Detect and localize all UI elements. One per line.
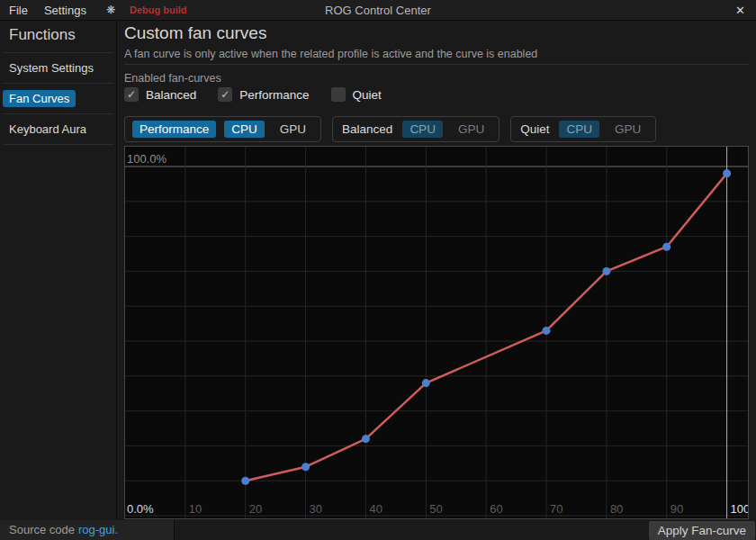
x-tick-label-40: 40 (369, 502, 382, 516)
tab-quiet-cpu[interactable]: CPU (559, 121, 599, 138)
divider (124, 64, 749, 65)
curve-point-70[interactable] (543, 327, 551, 335)
x-tick-label-100: 100 (731, 502, 748, 516)
tab-performance-cpu[interactable]: CPU (224, 121, 265, 138)
source-code-label: Source code (9, 523, 75, 536)
theme-toggle-icon[interactable]: ❋ (106, 4, 115, 16)
sidebar-item-keyboard-aura[interactable]: Keyboard Aura (0, 114, 116, 144)
page-subtitle: A fan curve is only active when the rela… (124, 48, 537, 60)
enabled-fan-curves-label: Enabled fan-curves (124, 72, 221, 85)
apply-fan-curve-button[interactable]: Apply Fan-curve (649, 521, 755, 540)
curve-point-90[interactable] (662, 243, 670, 251)
x-tick-label-30: 30 (310, 502, 322, 516)
x-tick-label-90: 90 (670, 502, 683, 516)
sidebar-heading: Functions (0, 21, 116, 52)
sidebar: Functions System SettingsFan CurvesKeybo… (0, 21, 117, 520)
fan-curve-chart[interactable]: 102030405060708090100100.0%0.0% (124, 146, 749, 519)
tab-balanced[interactable]: Balanced (340, 121, 394, 138)
curve-point-40[interactable] (362, 435, 370, 443)
sidebar-item-fan-curves[interactable]: Fan Curves (0, 84, 116, 113)
source-code-box: Source coderog-gui. (0, 520, 175, 540)
debug-build-label: Debug build (130, 4, 187, 15)
footer: Source coderog-gui. Apply Fan-curve (0, 520, 756, 540)
menu-file[interactable]: File (9, 4, 28, 17)
tab-group-quiet: QuietCPUGPU (510, 116, 656, 142)
checkbox-checked-icon[interactable]: ✓ (124, 87, 139, 102)
checkbox-performance[interactable]: ✓Performance (218, 87, 309, 102)
checkbox-label: Balanced (146, 88, 196, 102)
tab-group-performance: PerformanceCPUGPU (124, 116, 321, 142)
close-icon[interactable]: ✕ (733, 0, 748, 20)
x-tick-label-10: 10 (189, 502, 202, 516)
tab-balanced-cpu[interactable]: CPU (402, 121, 443, 138)
tab-performance[interactable]: Performance (132, 121, 216, 138)
curve-point-100[interactable] (723, 169, 731, 177)
checkbox-balanced[interactable]: ✓Balanced (124, 87, 196, 102)
y-axis-label-top: 100.0% (127, 152, 167, 166)
x-tick-label-80: 80 (610, 502, 623, 516)
y-axis-label-bottom: 0.0% (127, 502, 154, 516)
sidebar-item-label: Keyboard Aura (9, 122, 86, 136)
enabled-fan-curves-checkboxes: ✓Balanced✓PerformanceQuiet (124, 87, 382, 102)
x-tick-label-20: 20 (249, 502, 262, 516)
divider (3, 144, 113, 145)
tab-performance-gpu[interactable]: GPU (273, 121, 313, 138)
tab-balanced-gpu[interactable]: GPU (451, 121, 491, 138)
tab-quiet-gpu[interactable]: GPU (608, 121, 648, 138)
curve-point-30[interactable] (302, 463, 310, 471)
x-tick-label-60: 60 (490, 502, 502, 516)
curve-point-80[interactable] (602, 267, 610, 275)
profile-tabs-row: PerformanceCPUGPUBalancedCPUGPUQuietCPUG… (124, 116, 656, 142)
checkbox-unchecked-icon[interactable] (331, 87, 346, 102)
checkbox-label: Quiet (353, 88, 382, 102)
titlebar: File Settings ❋ Debug build ROG Control … (0, 0, 756, 21)
tab-group-balanced: BalancedCPUGPU (332, 116, 500, 142)
curve-point-50[interactable] (422, 379, 430, 387)
curve-point-20[interactable] (241, 477, 249, 485)
sidebar-item-label: Fan Curves (3, 90, 76, 107)
sidebar-item-label: System Settings (9, 61, 94, 75)
checkbox-checked-icon[interactable]: ✓ (218, 87, 232, 102)
x-tick-label-50: 50 (429, 502, 442, 516)
page-title: Custom fan curves (124, 23, 266, 43)
x-tick-label-70: 70 (550, 502, 562, 516)
checkbox-label: Performance (239, 88, 309, 102)
tab-quiet[interactable]: Quiet (518, 121, 551, 138)
sidebar-item-system-settings[interactable]: System Settings (0, 53, 116, 83)
checkbox-quiet[interactable]: Quiet (331, 87, 382, 102)
menu-settings[interactable]: Settings (44, 4, 86, 17)
source-code-link[interactable]: rog-gui. (78, 523, 118, 536)
fan-curve-plot[interactable]: 102030405060708090100100.0%0.0% (125, 147, 748, 518)
